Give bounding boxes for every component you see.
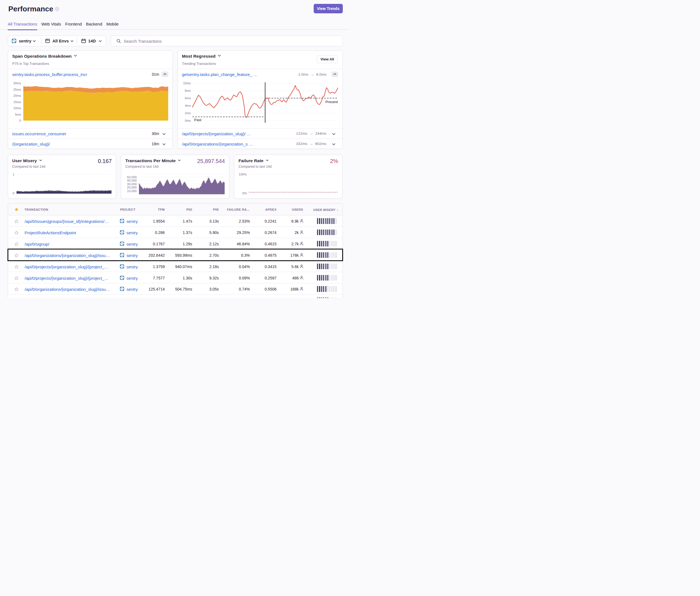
svg-text:20,000: 20,000 [127, 186, 137, 189]
svg-text:100%: 100% [239, 173, 247, 176]
svg-text:10ms: 10ms [183, 81, 191, 85]
svg-text:8ms: 8ms [185, 89, 191, 92]
svg-text:30ms: 30ms [13, 81, 21, 85]
svg-text:4ms: 4ms [185, 104, 191, 107]
svg-text:2ms: 2ms [185, 111, 191, 115]
svg-text:?: ? [56, 7, 58, 10]
svg-text:25ms: 25ms [13, 88, 21, 91]
svg-text:Present: Present [325, 100, 338, 104]
svg-text:15ms: 15ms [13, 100, 21, 104]
svg-text:20ms: 20ms [13, 94, 21, 97]
svg-text:10ms: 10ms [13, 106, 21, 110]
svg-text:10,000: 10,000 [127, 189, 137, 193]
svg-text:0%: 0% [242, 191, 247, 195]
svg-text:0ms: 0ms [185, 119, 191, 122]
svg-text:6ms: 6ms [185, 97, 191, 100]
svg-text:0: 0 [19, 119, 21, 122]
svg-text:0: 0 [13, 191, 15, 195]
svg-text:30,000: 30,000 [127, 182, 137, 186]
svg-text:1: 1 [13, 173, 15, 176]
svg-text:5ms: 5ms [15, 113, 21, 116]
svg-text:40,000: 40,000 [127, 179, 137, 182]
svg-text:Past: Past [194, 118, 201, 122]
svg-text:50,000: 50,000 [127, 176, 137, 179]
